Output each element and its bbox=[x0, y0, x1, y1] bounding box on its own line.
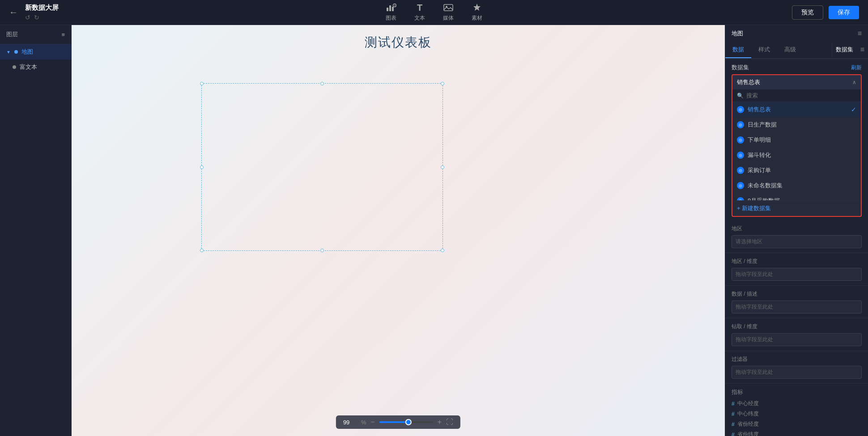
data-describe-label: 数据 / 描述 bbox=[732, 290, 862, 298]
dataset-item-sales[interactable]: ◎ 销售总表 ✓ bbox=[732, 102, 861, 117]
hash-icon-3: # bbox=[732, 432, 735, 436]
map-config-section: 地图 ≡ 数据 样式 高级 数据集 ≡ bbox=[725, 25, 868, 59]
layer-label-richtext: 富文本 bbox=[20, 63, 37, 71]
bottom-toolbar: 99 % − + ⛶ bbox=[336, 415, 460, 429]
toolbar-media[interactable]: 媒体 bbox=[442, 3, 455, 22]
add-dataset-button[interactable]: + 新建数据集 bbox=[732, 200, 861, 216]
filter-dropzone[interactable]: 拖动字段至此处 bbox=[732, 366, 862, 379]
handle-top-right[interactable] bbox=[441, 82, 444, 85]
ds-icon-daily: ◎ bbox=[737, 121, 744, 128]
region-section: 地区 请选择地区 bbox=[725, 220, 868, 253]
search-input[interactable] bbox=[746, 92, 856, 99]
right-panel: 地图 ≡ 数据 样式 高级 数据集 ≡ 数据集 刷新 bbox=[725, 25, 868, 436]
toolbar-material[interactable]: 素材 bbox=[471, 3, 483, 22]
handle-bottom-right[interactable] bbox=[441, 249, 444, 252]
material-label: 素材 bbox=[472, 14, 482, 22]
metric-province-lat: # 省份纬度 bbox=[732, 431, 862, 436]
dataset-item-unnamed[interactable]: ◎ 未命名数据集 bbox=[732, 178, 861, 193]
handle-top-left[interactable] bbox=[200, 82, 204, 85]
dataset-item-order[interactable]: ◎ 下单明细 bbox=[732, 132, 861, 148]
check-icon-sales: ✓ bbox=[851, 106, 856, 113]
refresh-button[interactable]: 刷新 bbox=[851, 64, 862, 72]
dataset-item-aug[interactable]: ◎ 8月采购数据 bbox=[732, 193, 861, 200]
handle-top-center[interactable] bbox=[320, 82, 324, 85]
metric-center-lng: # 中心经度 bbox=[732, 400, 862, 407]
handle-middle-right[interactable] bbox=[441, 165, 444, 169]
topbar-center: 图表 T 文本 媒体 素材 bbox=[385, 3, 483, 22]
redo-button[interactable]: ↻ bbox=[34, 14, 39, 21]
zoom-slider-thumb[interactable] bbox=[405, 419, 412, 425]
ds-icon-order: ◎ bbox=[737, 136, 744, 144]
layers-header: 图层 ≡ bbox=[0, 25, 71, 44]
handle-bottom-center[interactable] bbox=[320, 249, 324, 252]
layer-item-richtext[interactable]: 富文本 bbox=[0, 59, 71, 75]
toolbar-text[interactable]: T 文本 bbox=[413, 3, 426, 22]
zoom-in-button[interactable]: + bbox=[438, 418, 442, 426]
save-button[interactable]: 保存 bbox=[829, 6, 859, 19]
handle-bottom-left[interactable] bbox=[200, 249, 204, 252]
ds-icon-aug: ◎ bbox=[737, 197, 744, 200]
map-section-menu[interactable]: ≡ bbox=[858, 30, 862, 38]
dataset-item-funnel[interactable]: ◎ 漏斗转化 bbox=[732, 148, 861, 163]
ds-label-sales: 销售总表 bbox=[748, 106, 771, 114]
chevron-up-icon: ∧ bbox=[852, 79, 856, 85]
filter-section: 过滤器 拖动字段至此处 bbox=[725, 351, 868, 384]
chart-frame[interactable] bbox=[201, 83, 443, 251]
zoom-value: 99 bbox=[343, 419, 357, 426]
hash-icon-0: # bbox=[732, 401, 735, 407]
region-placeholder: 请选择地区 bbox=[736, 238, 762, 245]
dataset-item-purchase[interactable]: ◎ 采购订单 bbox=[732, 163, 861, 178]
chart-label: 图表 bbox=[386, 14, 396, 22]
title-area: 新数据大屏 ↺ ↻ bbox=[25, 4, 59, 21]
dataset-item-daily[interactable]: ◎ 日生产数据 bbox=[732, 117, 861, 132]
layer-item-map[interactable]: ▼ 地图 bbox=[0, 44, 71, 59]
tab-style[interactable]: 样式 bbox=[751, 42, 777, 58]
dataset-selected-text: 销售总表 bbox=[737, 78, 760, 86]
metric-label-1: 中心纬度 bbox=[737, 410, 759, 418]
layers-menu-icon[interactable]: ≡ bbox=[61, 31, 65, 38]
app-title: 新数据大屏 bbox=[25, 4, 59, 12]
region-dropdown[interactable]: 请选择地区 bbox=[732, 235, 862, 248]
svg-rect-4 bbox=[444, 4, 453, 11]
metric-province-lng: # 省份经度 bbox=[732, 420, 862, 428]
dimension-dropzone[interactable]: 拖动字段至此处 bbox=[732, 268, 862, 281]
fullscreen-button[interactable]: ⛶ bbox=[446, 418, 453, 426]
toolbar-chart[interactable]: 图表 bbox=[385, 3, 397, 22]
dataset-list: ◎ 销售总表 ✓ ◎ 日生产数据 ◎ 下单明细 ◎ 漏斗转化 bbox=[732, 102, 861, 200]
dataset-header: 数据集 刷新 bbox=[725, 59, 868, 74]
dataset-panel-menu[interactable]: ≡ bbox=[857, 42, 868, 58]
handle-middle-left[interactable] bbox=[200, 165, 204, 169]
text-icon: T bbox=[413, 3, 426, 13]
ds-label-unnamed: 未命名数据集 bbox=[748, 182, 783, 190]
ds-icon-funnel: ◎ bbox=[737, 152, 744, 159]
ds-label-daily: 日生产数据 bbox=[748, 121, 777, 129]
metric-label-0: 中心经度 bbox=[737, 400, 759, 407]
material-icon bbox=[471, 3, 483, 13]
diamond-section: 钻取 / 维度 拖动字段至此处 bbox=[725, 318, 868, 351]
metric-label-2: 省份经度 bbox=[737, 420, 759, 428]
dataset-panel-title: 数据集 bbox=[832, 42, 857, 58]
ds-icon-unnamed: ◎ bbox=[737, 182, 744, 189]
ds-icon-sales: ◎ bbox=[737, 106, 744, 113]
canvas-title: 测试仪表板 bbox=[72, 25, 725, 51]
tab-data[interactable]: 数据 bbox=[725, 42, 751, 58]
diamond-label: 钻取 / 维度 bbox=[732, 323, 862, 330]
undo-button[interactable]: ↺ bbox=[25, 14, 30, 21]
zoom-slider[interactable] bbox=[379, 421, 433, 423]
zoom-out-button[interactable]: − bbox=[370, 418, 374, 426]
preview-button[interactable]: 预览 bbox=[792, 5, 823, 20]
expand-icon-map: ▼ bbox=[6, 50, 11, 55]
data-describe-dropzone[interactable]: 拖动字段至此处 bbox=[732, 301, 862, 313]
dataset-section: 数据集 刷新 销售总表 ∧ 🔍 ◎ 销售总表 bbox=[725, 59, 868, 436]
dimension-label: 地区 / 维度 bbox=[732, 258, 862, 265]
topbar: ← 新数据大屏 ↺ ↻ 图表 T 文本 bbox=[0, 0, 868, 25]
dataset-dropdown[interactable]: 销售总表 ∧ 🔍 ◎ 销售总表 ✓ ◎ bbox=[732, 74, 862, 217]
map-section-title: 地图 bbox=[732, 30, 743, 38]
dataset-selected-row[interactable]: 销售总表 ∧ bbox=[732, 75, 861, 89]
back-button[interactable]: ← bbox=[9, 7, 18, 17]
hash-icon-2: # bbox=[732, 421, 735, 428]
diamond-dropzone[interactable]: 拖动字段至此处 bbox=[732, 333, 862, 346]
diamond-placeholder: 拖动字段至此处 bbox=[736, 336, 773, 343]
tab-advanced[interactable]: 高级 bbox=[777, 42, 803, 58]
canvas-area: 测试仪表板 99 % − + ⛶ bbox=[72, 25, 725, 436]
